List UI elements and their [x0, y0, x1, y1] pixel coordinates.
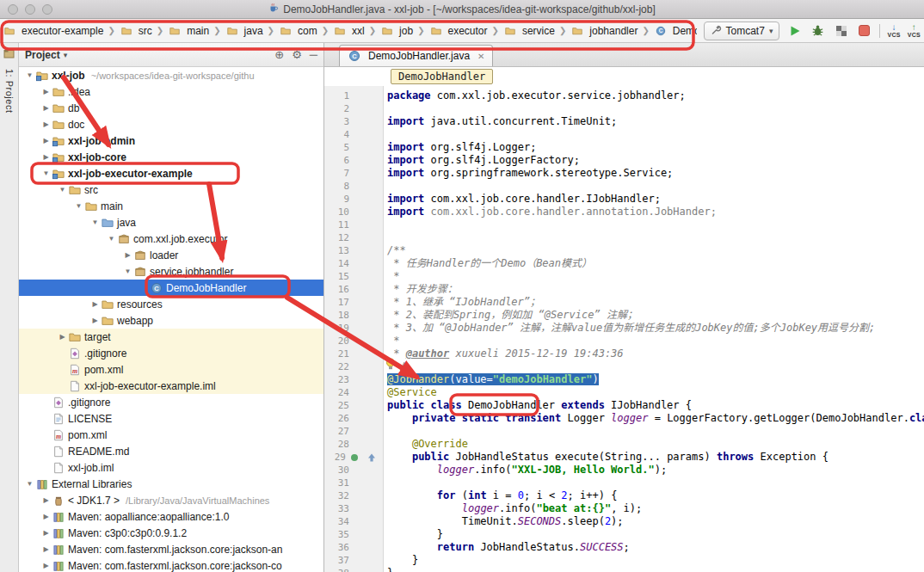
- code-line-37[interactable]: 37 }: [324, 554, 924, 567]
- code-line-32[interactable]: 32 for (int i = 0; i < 2; i++) {: [324, 489, 924, 502]
- gutter-cell[interactable]: 20: [324, 335, 384, 348]
- gutter-cell[interactable]: 34: [324, 515, 384, 528]
- breadcrumb-jobhandler[interactable]: jobhandler: [569, 23, 639, 39]
- gutter-cell[interactable]: 24: [324, 386, 384, 399]
- code-line-36[interactable]: 36 return JobHandleStatus.SUCCESS;: [324, 541, 924, 554]
- tree-item-xxl-job-executor-example[interactable]: ▼xxl-job-executor-example: [19, 165, 323, 181]
- tree-item-.gitignore[interactable]: .gitignore: [19, 394, 323, 410]
- tree-item-demojobhandler[interactable]: CDemoJobHandler: [19, 280, 323, 296]
- gutter-cell[interactable]: 19: [324, 322, 384, 335]
- breadcrumb-executor[interactable]: executor: [428, 23, 490, 39]
- gutter-cell[interactable]: 11: [324, 218, 384, 231]
- close-window-button[interactable]: [8, 4, 18, 15]
- gutter-cell[interactable]: 14: [324, 257, 384, 270]
- code-line-21[interactable]: 21 * @author xuxueli 2015-12-19 19:43:36: [324, 348, 924, 360]
- code-line-34[interactable]: 34 TimeUnit.SECONDS.sleep(2);: [324, 515, 924, 528]
- code-line-4[interactable]: 4: [324, 128, 924, 141]
- debug-button[interactable]: [810, 22, 826, 39]
- code-editor[interactable]: 1package com.xxl.job.executor.service.jo…: [324, 86, 924, 572]
- zoom-window-button[interactable]: [42, 4, 52, 15]
- code-line-33[interactable]: 33 logger.info("beat at:{}", i);: [324, 502, 924, 515]
- tree-item-xxl-job-executor-example.iml[interactable]: xxl-job-executor-example.iml: [19, 378, 323, 394]
- tree-item-.idea[interactable]: ▶.idea: [19, 83, 323, 100]
- chevron-down-icon[interactable]: ▾: [64, 51, 68, 59]
- chevron-down-icon[interactable]: ▼: [24, 71, 35, 79]
- chevron-right-icon[interactable]: ▶: [89, 300, 101, 308]
- gutter-cell[interactable]: 26: [324, 412, 384, 425]
- tool-window-button-project[interactable]: 1: Project: [4, 69, 15, 113]
- tree-item-xxl-job-admin[interactable]: ▶xxl-job-admin: [19, 132, 323, 149]
- code-line-19[interactable]: 19 * 3、加 “@JobHander” 注解，注解value值为新增任务生成…: [324, 322, 924, 335]
- gutter-cell[interactable]: 9: [324, 193, 384, 206]
- tree-item-resources[interactable]: ▶resources: [19, 296, 323, 312]
- code-line-7[interactable]: 7import org.springframework.stereotype.S…: [324, 167, 924, 180]
- breadcrumb-main[interactable]: main: [166, 23, 211, 39]
- code-line-10[interactable]: 10import com.xxl.job.core.handler.annota…: [324, 206, 924, 218]
- run-config-select[interactable]: Tomcat7 ▾: [704, 22, 780, 40]
- code-line-18[interactable]: 18 * 2、装配到Spring，例如加 “@Service” 注解；: [324, 309, 924, 322]
- code-line-38[interactable]: 38}: [324, 567, 924, 572]
- code-line-11[interactable]: 11: [324, 218, 924, 231]
- tree-item-maven-aopalliance-aopalliance-1.0[interactable]: ▶Maven: aopalliance:aopalliance:1.0: [19, 508, 323, 525]
- gutter-cell[interactable]: 23: [324, 373, 384, 386]
- code-line-8[interactable]: 8: [324, 180, 924, 193]
- gutter-cell[interactable]: 31: [324, 477, 384, 489]
- gutter-cell[interactable]: 12: [324, 231, 384, 244]
- code-line-20[interactable]: 20 *: [324, 335, 924, 348]
- code-line-35[interactable]: 35 }: [324, 528, 924, 541]
- gutter-cell[interactable]: 10: [324, 206, 384, 218]
- code-line-26[interactable]: 26 private static transient Logger logge…: [324, 412, 924, 425]
- chevron-down-icon[interactable]: ▼: [57, 186, 68, 194]
- chevron-down-icon[interactable]: ▼: [122, 268, 133, 275]
- gutter-cell[interactable]: 35: [324, 528, 384, 541]
- chevron-right-icon[interactable]: ▶: [40, 88, 52, 95]
- tree-item-loader[interactable]: ▶loader: [19, 247, 323, 263]
- chevron-right-icon[interactable]: ▶: [122, 251, 133, 259]
- code-line-14[interactable]: 14 * 任务Handler的一个Demo（Bean模式）: [324, 257, 924, 270]
- breadcrumb-java[interactable]: java: [224, 23, 265, 39]
- gutter-cell[interactable]: 13: [324, 244, 384, 257]
- tree-item-readme.md[interactable]: README.md: [19, 443, 323, 459]
- vcs-commit-button[interactable]: ↑ VCS: [908, 23, 921, 38]
- breadcrumb-job[interactable]: job: [379, 23, 415, 39]
- code-line-28[interactable]: 28 @Override: [324, 438, 924, 451]
- chevron-right-icon[interactable]: ▶: [40, 545, 52, 553]
- gutter-cell[interactable]: 21: [324, 348, 384, 360]
- gutter-cell[interactable]: 38: [324, 567, 384, 572]
- breadcrumb-src[interactable]: src: [118, 23, 154, 39]
- chevron-down-icon[interactable]: ▼: [73, 202, 84, 210]
- tree-item-webapp[interactable]: ▶webapp: [19, 312, 323, 329]
- chevron-down-icon[interactable]: ▼: [24, 480, 35, 488]
- code-line-30[interactable]: 30 logger.info("XXL-JOB, Hello World.");: [324, 464, 924, 477]
- code-line-27[interactable]: 27: [324, 425, 924, 438]
- gutter-cell[interactable]: 8: [324, 180, 384, 193]
- tree-item-doc[interactable]: ▶doc: [19, 116, 323, 132]
- chevron-right-icon[interactable]: ▶: [40, 496, 52, 504]
- gutter-cell[interactable]: 3: [324, 115, 384, 128]
- code-line-5[interactable]: 5import org.slf4j.Logger;: [324, 141, 924, 154]
- gutter-cell[interactable]: 36: [324, 541, 384, 554]
- code-line-15[interactable]: 15 *: [324, 270, 924, 283]
- chevron-right-icon[interactable]: ▶: [40, 562, 52, 569]
- breadcrumb-executor-example[interactable]: executor-example: [1, 23, 105, 39]
- tree-item-maven-com.fasterxml.jackson.core-jackson-co[interactable]: ▶Maven: com.fasterxml.jackson.core:jacks…: [19, 557, 323, 572]
- gutter-cell[interactable]: 37: [324, 554, 384, 567]
- code-line-13[interactable]: 13/**: [324, 244, 924, 257]
- code-line-3[interactable]: 3import java.util.concurrent.TimeUnit;: [324, 115, 924, 128]
- chevron-down-icon[interactable]: ▼: [40, 169, 52, 177]
- code-line-2[interactable]: 2: [324, 102, 924, 115]
- tree-item-java[interactable]: ▼java: [19, 214, 323, 231]
- chevron-down-icon[interactable]: ▼: [106, 235, 117, 243]
- code-line-9[interactable]: 9import com.xxl.job.core.handler.IJobHan…: [324, 193, 924, 206]
- run-button[interactable]: [786, 22, 803, 39]
- code-line-31[interactable]: 31: [324, 477, 924, 489]
- gutter-cell[interactable]: 18: [324, 309, 384, 322]
- tree-item-src[interactable]: ▼src: [19, 181, 323, 198]
- code-line-22[interactable]: 22 */: [324, 360, 924, 373]
- gutter-cell[interactable]: 6: [324, 154, 384, 167]
- minimize-window-button[interactable]: [25, 4, 35, 15]
- gutter-cell[interactable]: 2: [324, 102, 384, 115]
- gutter-cell[interactable]: 5: [324, 141, 384, 154]
- chevron-right-icon[interactable]: ▶: [40, 137, 52, 145]
- chevron-right-icon[interactable]: ▶: [40, 513, 52, 520]
